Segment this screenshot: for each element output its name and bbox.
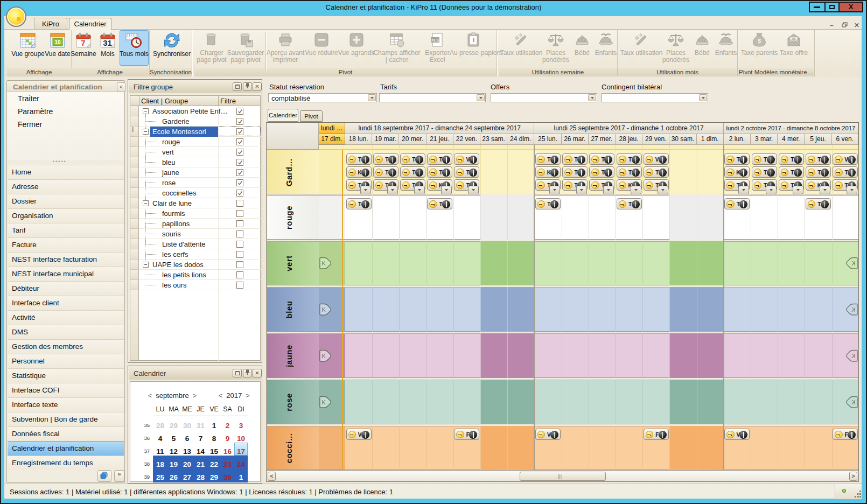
svg-text:K: K: [322, 306, 326, 313]
svg-text:31: 31: [103, 38, 112, 47]
svg-text:$: $: [758, 38, 761, 44]
svg-text:XLS: XLS: [431, 38, 439, 43]
svg-text:K: K: [322, 260, 326, 267]
svg-text:K: K: [851, 399, 856, 405]
svg-text:K: K: [851, 353, 856, 359]
svg-text:10: 10: [54, 39, 61, 45]
svg-text:7: 7: [81, 38, 85, 47]
svg-text:K: K: [851, 306, 856, 313]
svg-text:K: K: [322, 399, 326, 405]
svg-text:K: K: [851, 260, 856, 267]
svg-text:K: K: [322, 353, 326, 359]
